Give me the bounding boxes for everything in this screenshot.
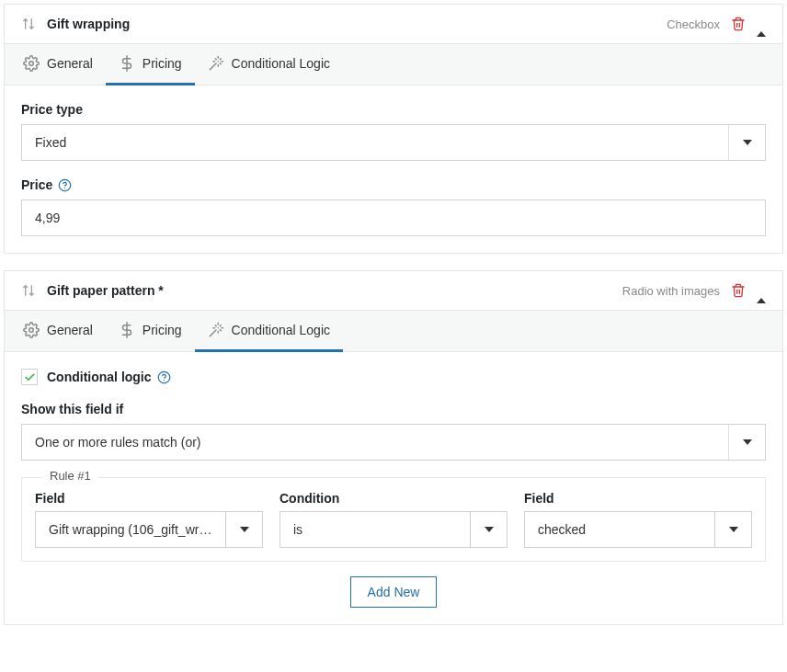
price-label: Price <box>21 177 766 192</box>
tab-conditional-logic[interactable]: Conditional Logic <box>195 44 343 85</box>
caret-down-icon <box>729 527 738 532</box>
tab-pricing[interactable]: Pricing <box>106 44 195 85</box>
label-text: Conditional logic <box>47 370 152 384</box>
caret-down-icon <box>485 527 494 532</box>
panel-header: Gift paper pattern * Radio with images <box>5 271 782 311</box>
rule-legend: Rule #1 <box>42 469 98 483</box>
caret-up-icon <box>757 283 766 303</box>
panel-type-label: Radio with images <box>622 284 720 298</box>
select-handle <box>714 512 751 547</box>
caret-down-icon <box>743 140 752 145</box>
conditional-logic-checkbox-row: Conditional logic <box>21 369 766 385</box>
rule-condition-col: Condition is <box>279 491 508 548</box>
panel-header: Gift wrapping Checkbox <box>5 5 782 44</box>
select-handle <box>728 425 765 460</box>
drag-handle-icon[interactable] <box>21 283 36 298</box>
help-icon[interactable] <box>157 370 171 384</box>
tab-conditional-logic[interactable]: Conditional Logic <box>195 311 343 352</box>
show-if-select[interactable]: One or more rules match (or) <box>21 424 766 461</box>
gear-icon <box>23 55 40 72</box>
delete-button[interactable] <box>731 16 746 32</box>
collapse-toggle[interactable] <box>757 17 766 31</box>
panel-body: Conditional logic Show this field if One… <box>5 352 782 624</box>
tab-label: General <box>47 323 93 337</box>
tab-label: General <box>47 56 93 71</box>
svg-point-4 <box>29 328 34 333</box>
tab-pricing[interactable]: Pricing <box>106 311 195 352</box>
delete-button[interactable] <box>731 282 746 299</box>
rule-field-label: Field <box>35 491 263 506</box>
check-icon <box>24 371 36 383</box>
tab-general[interactable]: General <box>10 311 106 352</box>
collapse-toggle[interactable] <box>757 283 766 298</box>
panel-title: Gift wrapping <box>47 17 656 31</box>
price-type-select[interactable]: Fixed <box>21 124 766 161</box>
select-value: is <box>280 522 470 537</box>
tab-bar: General Pricing Conditional Logic <box>5 44 782 85</box>
caret-down-icon <box>240 527 249 532</box>
rule-condition-label: Condition <box>279 491 508 506</box>
rule-value-col: Field checked <box>524 491 752 548</box>
conditional-logic-checkbox[interactable] <box>21 369 38 385</box>
tab-bar: General Pricing Conditional Logic <box>5 311 782 352</box>
select-value: Gift wrapping (106_gift_wrappi... <box>36 522 225 537</box>
wand-icon <box>208 322 224 338</box>
add-new-button[interactable]: Add New <box>350 576 438 608</box>
tab-label: Pricing <box>143 56 182 71</box>
price-row: Price <box>21 177 766 236</box>
field-panel-gift-wrapping: Gift wrapping Checkbox General Pricing C… <box>4 4 783 254</box>
tab-label: Pricing <box>143 323 182 337</box>
panel-type-label: Checkbox <box>667 17 720 31</box>
drag-handle-icon[interactable] <box>21 17 36 31</box>
tab-general[interactable]: General <box>10 44 106 85</box>
dollar-icon <box>119 55 135 72</box>
select-value: Fixed <box>22 135 728 150</box>
select-value: checked <box>525 522 714 537</box>
tab-label: Conditional Logic <box>232 323 330 337</box>
rule-grid: Field Gift wrapping (106_gift_wrappi... … <box>35 491 752 548</box>
field-panel-gift-paper-pattern: Gift paper pattern * Radio with images G… <box>4 270 783 625</box>
rule-value-select[interactable]: checked <box>524 511 752 548</box>
select-value: One or more rules match (or) <box>22 435 728 450</box>
help-icon[interactable] <box>58 178 72 192</box>
wand-icon <box>208 55 224 72</box>
caret-up-icon <box>757 17 766 37</box>
rule-field-col: Field Gift wrapping (106_gift_wrappi... <box>35 491 263 548</box>
select-handle <box>728 125 765 160</box>
rule-value-label: Field <box>524 491 752 506</box>
dollar-icon <box>119 322 135 338</box>
tab-label: Conditional Logic <box>232 56 330 71</box>
rule-field-select[interactable]: Gift wrapping (106_gift_wrappi... <box>35 511 263 548</box>
panel-title: Gift paper pattern * <box>47 283 611 298</box>
price-input[interactable] <box>21 199 766 236</box>
rule-fieldset: Rule #1 Field Gift wrapping (106_gift_wr… <box>21 477 766 562</box>
svg-point-0 <box>29 62 34 66</box>
gear-icon <box>23 322 40 338</box>
rule-condition-select[interactable]: is <box>279 511 508 548</box>
select-handle <box>225 512 262 547</box>
conditional-logic-label: Conditional logic <box>47 370 171 384</box>
select-handle <box>470 512 507 547</box>
panel-body: Price type Fixed Price <box>5 85 782 253</box>
label-text: Price <box>21 177 52 192</box>
caret-down-icon <box>743 439 752 445</box>
show-if-row: Show this field if One or more rules mat… <box>21 402 766 461</box>
price-type-row: Price type Fixed <box>21 102 766 161</box>
add-new-row: Add New <box>21 576 766 608</box>
show-if-label: Show this field if <box>21 402 766 416</box>
price-type-label: Price type <box>21 102 766 117</box>
